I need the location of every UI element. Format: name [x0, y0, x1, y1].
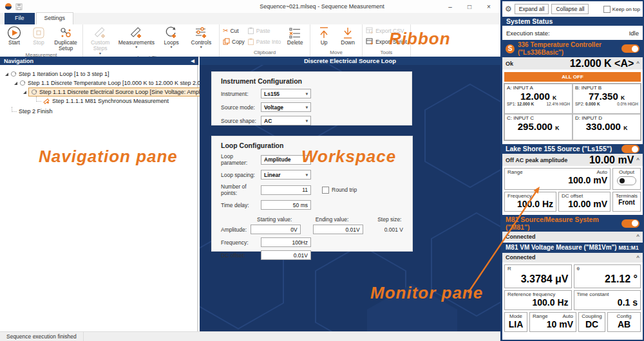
- annotation-workspace: Workspace: [301, 147, 396, 167]
- keep-on-top-checkbox[interactable]: [603, 6, 611, 13]
- loop-step-icon: [19, 80, 26, 86]
- collapse-nav-icon[interactable]: ◀: [191, 59, 194, 64]
- step-size-value: 0.001 V: [375, 226, 412, 233]
- arrow-down-icon: [342, 26, 354, 40]
- ls155-toggle-on[interactable]: [621, 145, 639, 153]
- ruler-plus-icon: [129, 26, 144, 40]
- loops-button[interactable]: Loops ▾: [158, 24, 185, 48]
- tree-item-step1-1[interactable]: Step 1.1 Discrete Temperature Loop [10.0…: [0, 78, 197, 88]
- tree-item-step2[interactable]: Step 2 Finish: [0, 107, 197, 116]
- tree-expander-icon[interactable]: [23, 91, 26, 94]
- m81-status-row[interactable]: Connected ^: [502, 232, 643, 241]
- dc-offset-start-input[interactable]: [261, 250, 311, 260]
- ending-value-header: Ending value:: [309, 216, 354, 223]
- m81vm-status-row[interactable]: Connected ^: [502, 253, 643, 263]
- theta-value-box: θ 21.12 °: [574, 264, 641, 288]
- loop-plus-icon: [164, 26, 178, 40]
- ls155-status-row[interactable]: Off AC peak amplitude 10.00 mV ^: [502, 154, 643, 166]
- copy-button[interactable]: Copy: [222, 37, 246, 46]
- custom-steps-button: Custom Steps ▾: [86, 24, 115, 55]
- minimize-button[interactable]: –: [440, 0, 460, 13]
- loop-step-icon: [10, 71, 17, 77]
- number-of-points-input[interactable]: [261, 185, 311, 195]
- measurements-button[interactable]: Measurements ▾: [116, 24, 157, 48]
- frequency-box: Frequency 100.0 Hz: [504, 192, 556, 212]
- ls155-header: Lake Shore 155 Source ("Ls155"): [502, 144, 643, 154]
- time-delay-input[interactable]: [261, 200, 311, 210]
- frequency-start-input[interactable]: [261, 237, 311, 247]
- all-off-button[interactable]: ALL OFF: [504, 72, 641, 82]
- terminals-box: Terminals Front: [612, 192, 641, 212]
- ls336-inputs-grid: A: INPUT A 12.000 K SP1: 12.000 K12.4% H…: [504, 83, 641, 141]
- amplitude-start-input[interactable]: [251, 225, 301, 234]
- execution-state-row: Execution state: Idle: [502, 26, 643, 40]
- caret-down-icon: ▾: [306, 172, 308, 178]
- amplitude-end-input[interactable]: [313, 225, 363, 234]
- chevron-up-icon[interactable]: ^: [636, 255, 639, 261]
- panel-title: Instrument Configuration: [212, 72, 412, 89]
- input-b-cell: B: INPUT B 77.350 K SP2: 0.000 K0.0% HIG…: [573, 84, 641, 114]
- input-d-cell: D: INPUT D 330.000 K: [573, 114, 641, 140]
- m81-toggle-on[interactable]: [621, 219, 639, 228]
- status-message: Sequence execution finished: [0, 332, 84, 341]
- system-status-header: System Status: [502, 17, 643, 26]
- output-toggle-off[interactable]: [617, 176, 636, 185]
- copy-icon: [223, 38, 230, 45]
- chevron-up-icon[interactable]: ^: [636, 234, 639, 239]
- tree-expander-icon[interactable]: [5, 73, 8, 76]
- source-mode-dropdown[interactable]: Voltage▾: [261, 102, 311, 112]
- r-value-box: R 3.3784 μV: [504, 264, 572, 288]
- delete-button[interactable]: Delete: [282, 24, 308, 46]
- ribbon-group-label: Clipboard: [222, 50, 308, 57]
- tree-item-step1[interactable]: Step 1 Iteration Loop [1 to 3 step 1]: [0, 69, 197, 78]
- export-csv-icon: [366, 27, 374, 34]
- start-button[interactable]: Start: [2, 24, 26, 46]
- caret-down-icon: ▾: [135, 46, 137, 48]
- caret-down-icon: ▾: [306, 118, 308, 124]
- time-constant-box: Time constant 0.1 s: [574, 290, 641, 310]
- paste-into-icon: [247, 38, 254, 45]
- ruler-plus-icon: [93, 26, 108, 40]
- move-up-button[interactable]: Up: [312, 24, 336, 46]
- ribbon-tab-row: File Settings: [0, 13, 500, 25]
- lakeshore-logo-icon: S: [506, 44, 515, 53]
- step-size-header: Step size:: [367, 216, 412, 223]
- tree-elbow-connector: [12, 107, 17, 112]
- caret-down-icon: ▾: [306, 91, 308, 97]
- round-trip-checkbox[interactable]: [322, 187, 329, 194]
- ls336-status-row[interactable]: Ok 12.000 K <A> ^: [502, 57, 643, 69]
- tree-item-step1-1-1-selected[interactable]: Step 1.1.1 Discrete Electrical Source Lo…: [0, 88, 197, 97]
- controls-button[interactable]: Controls ▾: [185, 24, 216, 48]
- close-button[interactable]: ×: [479, 0, 498, 13]
- stop-icon: [32, 26, 45, 40]
- arrow-up-icon: [318, 26, 330, 40]
- m81-header: M81 Source/Measure System ("M81"): [502, 215, 643, 232]
- maximize-button[interactable]: □: [460, 0, 479, 13]
- tab-settings[interactable]: Settings: [36, 12, 74, 24]
- loop-spacing-dropdown[interactable]: Linear▾: [261, 170, 311, 180]
- move-down-button[interactable]: Down: [336, 24, 360, 46]
- measurement-step-icon: [43, 98, 50, 104]
- chevron-up-icon[interactable]: ^: [636, 157, 639, 163]
- ribbon-group-clipboard: ✂Cut Copy Paste Paste Into Delete Clipbo…: [220, 24, 310, 57]
- caret-down-icon: ▾: [200, 46, 202, 48]
- tree-item-step1-1-1-1[interactable]: Step 1.1.1.1 M81 Synchronous Measurement: [0, 97, 197, 106]
- ls336-toggle-on[interactable]: [621, 44, 639, 53]
- gear-icon[interactable]: ⚙: [505, 5, 512, 14]
- input-c-cell: C: INPUT C 295.000 K: [504, 114, 573, 140]
- tab-file[interactable]: File: [5, 13, 35, 24]
- ribbon-group-measurement: Start Stop Duplicate Setup Measurement: [0, 24, 83, 57]
- output-box: Output: [612, 168, 641, 190]
- tree-expander-icon[interactable]: [14, 82, 17, 85]
- chevron-up-icon[interactable]: ^: [636, 60, 639, 66]
- export-script-icon: [366, 38, 374, 45]
- instrument-configuration-panel: Instrument Configuration Instrument: Ls1…: [211, 71, 412, 125]
- stop-button: Stop: [26, 24, 51, 46]
- source-shape-dropdown[interactable]: AC▾: [261, 116, 311, 125]
- duplicate-setup-button[interactable]: Duplicate Setup: [51, 24, 80, 52]
- collapse-all-button[interactable]: Collapse all: [551, 4, 589, 14]
- instrument-dropdown[interactable]: Ls155▾: [261, 89, 311, 98]
- coupling-box: Coupling DC: [578, 312, 605, 332]
- expand-all-button[interactable]: Expand all: [515, 4, 549, 14]
- cut-button[interactable]: ✂Cut: [222, 26, 246, 35]
